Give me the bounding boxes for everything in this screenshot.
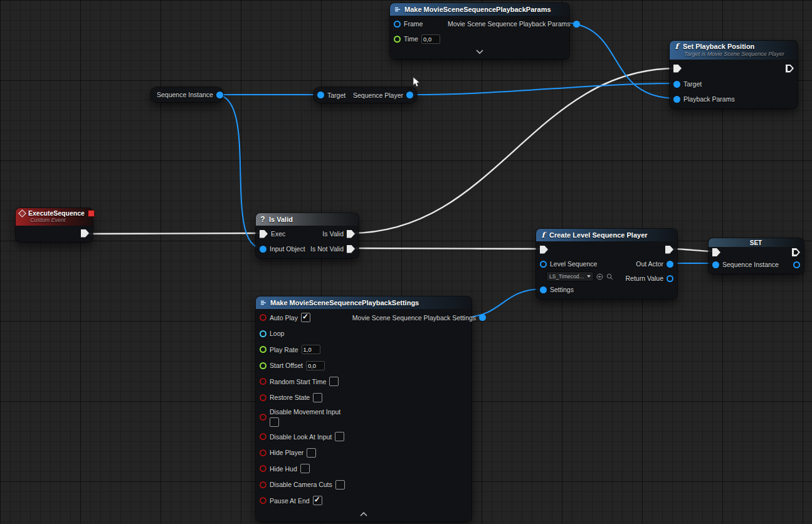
exec-out-pin[interactable] [792,248,800,256]
chevron-down-icon [475,50,484,55]
play-rate-pin[interactable] [260,346,266,353]
disable-camera-cuts-pin[interactable] [260,481,266,488]
out-actor-pin[interactable] [667,261,673,268]
loop-pin[interactable] [260,330,266,337]
browse-asset-icon[interactable] [606,273,614,281]
exec-in-pin[interactable] [260,230,268,238]
node-header[interactable]: f Create Level Sequence Player [536,229,677,241]
hide-player-checkbox[interactable] [307,448,316,458]
random-start-time-checkbox[interactable] [329,377,339,386]
sequence-instance-output-pin[interactable] [216,92,223,98]
pin-label-level-sequence: Level Sequence [550,260,597,268]
node-make-playback-params[interactable]: Make MovieSceneSequencePlaybackParams Fr… [390,3,569,59]
pin-label-time: Time [404,35,418,43]
start-offset-pin[interactable] [260,362,266,369]
pin-label-play-rate: Play Rate [270,346,298,354]
node-title: Set Playback Position [683,43,754,50]
hide-hud-pin[interactable] [260,465,266,472]
is-not-valid-exec-out-pin[interactable] [347,245,355,253]
node-get-sequence-player[interactable]: Target Sequence Player [314,87,417,103]
exec-wire-isnotvalid-to-create [351,248,543,249]
playback-settings-output-pin[interactable] [479,314,486,321]
node-is-valid[interactable]: ? Is Valid Exec Is Valid Input Object [256,213,359,258]
node-header[interactable]: Make MovieSceneSequencePlaybackSettings [256,296,472,309]
playback-params-output-pin[interactable] [573,21,580,28]
use-selected-asset-icon[interactable] [596,273,604,281]
frame-pin[interactable] [394,21,401,28]
play-rate-input[interactable] [302,345,320,354]
sequence-instance-out-pin[interactable] [793,261,800,268]
node-execute-sequence-event[interactable]: ExecuteSequence Custom Event [16,208,93,242]
pin-label-playback-settings-out: Movie Scene Sequence Playback Settings [352,314,476,322]
target-pin[interactable] [673,81,680,88]
exec-wire-event-to-isvalid [85,233,263,234]
disable-look-at-input-pin[interactable] [260,433,266,440]
node-header[interactable]: f Set Playback Position Target is Movie … [670,41,798,60]
node-set-sequence-instance[interactable]: SET Sequence Instance [709,238,804,274]
disable-camera-cuts-checkbox[interactable] [335,480,345,490]
pin-label-loop: Loop [270,330,284,337]
pin-label-target: Target [683,80,702,88]
auto-play-checkbox[interactable] [301,313,310,322]
playback-params-pin[interactable] [673,96,680,103]
target-pin[interactable] [317,92,324,98]
is-valid-exec-out-pin[interactable] [347,230,355,238]
input-object-pin[interactable] [260,246,266,253]
node-header[interactable]: ? Is Valid [256,213,359,226]
function-icon: f [540,231,546,239]
disable-look-at-input-checkbox[interactable] [335,432,344,441]
level-sequence-dropdown[interactable]: LS_TimecodePr [546,271,594,281]
pin-label-start-offset: Start Offset [270,362,303,369]
delegate-pin[interactable] [88,210,95,217]
hide-hud-checkbox[interactable] [300,464,310,473]
exec-in-pin[interactable] [673,65,682,73]
chevron-up-icon [359,511,368,516]
disable-movement-input-checkbox[interactable] [270,417,279,427]
level-sequence-pin[interactable] [540,261,547,268]
exec-out-pin[interactable] [81,229,89,238]
pin-label-playback-params: Playback Params [683,95,735,103]
restore-state-checkbox[interactable] [313,393,322,402]
node-create-level-sequence-player[interactable]: f Create Level Sequence Player Level Seq… [536,229,677,299]
node-title: Make MovieSceneSequencePlaybackParams [404,6,551,13]
return-value-pin[interactable] [667,275,673,282]
node-make-playback-settings[interactable]: Make MovieSceneSequencePlaybackSettings … [256,296,472,521]
exec-out-pin[interactable] [665,246,673,254]
time-pin[interactable] [394,36,401,43]
time-value-input[interactable] [421,34,440,44]
data-wire-seqplayer-to-target [409,83,677,95]
restore-state-pin[interactable] [260,394,266,401]
sequence-instance-in-pin[interactable] [712,261,719,268]
node-get-sequence-instance[interactable]: Sequence Instance [150,87,223,102]
node-collapse-toggle[interactable] [256,509,472,520]
node-header[interactable]: Make MovieSceneSequencePlaybackParams [390,3,569,16]
exec-in-pin[interactable] [540,246,548,254]
variable-label: Sequence Instance [157,91,213,98]
exec-out-pin[interactable] [786,65,794,73]
random-start-time-pin[interactable] [260,378,266,385]
node-set-playback-position[interactable]: f Set Playback Position Target is Movie … [670,41,798,108]
function-icon: f [673,42,680,51]
node-header[interactable]: SET [709,238,804,247]
pin-label-is-valid: Is Valid [322,230,344,238]
event-icon [18,209,26,217]
data-wire-params-to-playbackparams [561,23,677,98]
start-offset-input[interactable] [306,361,325,370]
disable-movement-input-pin[interactable] [260,414,266,421]
chevron-down-icon [587,275,591,278]
level-sequence-dropdown-value: LS_TimecodePr [549,273,584,280]
pause-at-end-pin[interactable] [260,497,266,504]
node-header[interactable]: ExecuteSequence Custom Event [16,208,93,226]
auto-play-pin[interactable] [260,314,266,321]
pause-at-end-checkbox[interactable] [313,496,322,505]
sequence-player-output-pin[interactable] [406,92,413,98]
hide-player-pin[interactable] [260,449,266,456]
node-collapse-toggle[interactable] [390,46,569,57]
node-title: Is Valid [269,216,293,223]
make-struct-icon [394,6,401,13]
exec-in-pin[interactable] [712,248,720,256]
pin-label-disable-look-at-input: Disable Look At Input [270,433,332,441]
pin-label-out-actor: Out Actor [636,260,663,268]
blueprint-graph-canvas[interactable]: Make MovieSceneSequencePlaybackParams Fr… [0,0,812,524]
settings-pin[interactable] [540,286,547,293]
